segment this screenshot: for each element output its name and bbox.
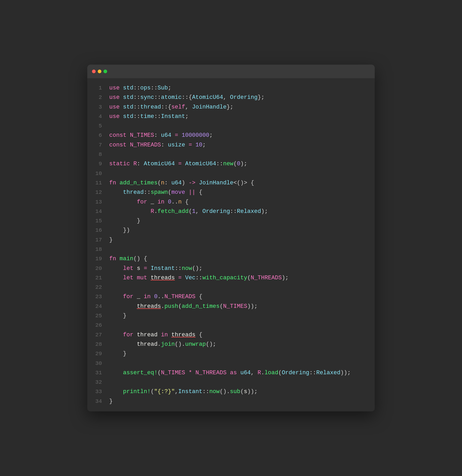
code-line-22: 22 <box>87 283 375 292</box>
close-button[interactable] <box>92 70 96 73</box>
code-line-6: 6 const N_TIMES: u64 = 10000000; <box>87 131 375 140</box>
code-line-2: 2 use std::sync::atomic::{AtomicU64, Ord… <box>87 93 375 102</box>
code-line-27: 27 for thread in threads { <box>87 330 375 340</box>
code-line-23: 23 for _ in 0..N_THREADS { <box>87 292 375 302</box>
code-line-5: 5 <box>87 121 375 131</box>
code-window: 1 use std::ops::Sub; 2 use std::sync::at… <box>87 65 375 411</box>
code-line-28: 28 thread.join().unwrap(); <box>87 340 375 349</box>
code-line-24: 24 threads.push(add_n_times(N_TIMES)); <box>87 302 375 311</box>
code-line-33: 33 println!("{:?}",Instant::now().sub(s)… <box>87 387 375 396</box>
code-line-19: 19 fn main() { <box>87 254 375 264</box>
code-line-8: 8 <box>87 150 375 159</box>
code-line-7: 7 const N_THREADS: usize = 10; <box>87 140 375 150</box>
code-line-11: 11 fn add_n_times(n: u64) -> JoinHandle<… <box>87 178 375 188</box>
code-line-12: 12 thread::spawn(move || { <box>87 188 375 197</box>
code-line-31: 31 assert_eq!(N_TIMES * N_THREADS as u64… <box>87 368 375 378</box>
code-line-10: 10 <box>87 169 375 178</box>
code-line-1: 1 use std::ops::Sub; <box>87 83 375 93</box>
code-editor: 1 use std::ops::Sub; 2 use std::sync::at… <box>87 78 375 411</box>
code-line-34: 34 } <box>87 397 375 406</box>
code-line-14: 14 R.fetch_add(1, Ordering::Relaxed); <box>87 207 375 216</box>
code-line-15: 15 } <box>87 216 375 226</box>
code-line-17: 17 } <box>87 235 375 245</box>
code-line-32: 32 <box>87 378 375 387</box>
maximize-button[interactable] <box>103 70 107 73</box>
code-line-25: 25 } <box>87 311 375 321</box>
minimize-button[interactable] <box>98 70 101 73</box>
code-line-20: 20 let s = Instant::now(); <box>87 264 375 273</box>
code-line-30: 30 <box>87 359 375 368</box>
code-line-13: 13 for _ in 0..n { <box>87 197 375 207</box>
code-line-9: 9 static R: AtomicU64 = AtomicU64::new(0… <box>87 159 375 169</box>
traffic-lights <box>92 70 107 73</box>
code-line-4: 4 use std::time::Instant; <box>87 112 375 121</box>
code-line-18: 18 <box>87 245 375 254</box>
code-line-26: 26 <box>87 321 375 330</box>
code-line-21: 21 let mut threads = Vec::with_capacity(… <box>87 273 375 283</box>
titlebar <box>87 65 375 78</box>
code-line-16: 16 }) <box>87 226 375 235</box>
code-line-3: 3 use std::thread::{self, JoinHandle}; <box>87 103 375 112</box>
code-line-29: 29 } <box>87 349 375 359</box>
